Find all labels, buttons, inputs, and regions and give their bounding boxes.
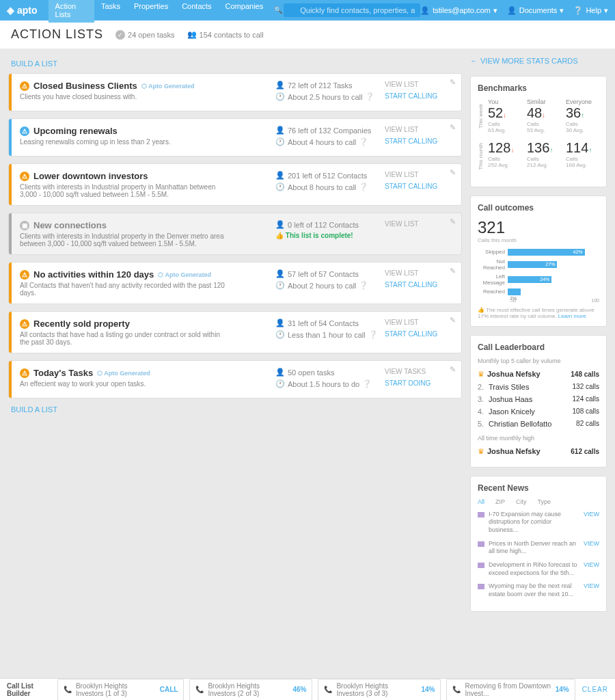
list-stats: 👤 50 open tasks 🕐 About 1.5 hours to do … bbox=[275, 368, 385, 391]
edit-icon[interactable]: ✎ bbox=[450, 78, 456, 87]
list-stats: 👤 76 left of 132 Companies 🕐 About 4 hou… bbox=[275, 126, 385, 149]
view-list-link[interactable]: VIEW LIST bbox=[385, 220, 453, 228]
news-view-link[interactable]: VIEW bbox=[584, 540, 599, 547]
news-tab-type[interactable]: Type bbox=[538, 498, 551, 505]
nav-contacts[interactable]: Contacts bbox=[175, 0, 218, 23]
bench-col-label: You bbox=[488, 98, 521, 105]
info-icon: ❔ bbox=[359, 281, 368, 290]
bench-value: 52↓ bbox=[488, 105, 521, 121]
apto-generated-tag: ⬡ Apto Generated bbox=[97, 370, 150, 377]
topbar: ◈ apto Action Lists Tasks Properties Con… bbox=[0, 0, 615, 21]
bench-sub: Calls bbox=[488, 156, 521, 162]
bench-avg: 168 Avg. bbox=[566, 162, 599, 168]
benchmark-col: 136↑ Calls 212 Avg. bbox=[527, 140, 560, 173]
news-tab-zip[interactable]: ZIP bbox=[495, 498, 505, 505]
list-card: ▣ New connections Clients with interests… bbox=[8, 213, 462, 255]
list-icon: ⚠ bbox=[20, 368, 29, 378]
start-calling-link[interactable]: START CALLING bbox=[385, 281, 453, 288]
start-calling-link[interactable]: START CALLING bbox=[385, 92, 453, 100]
edit-icon[interactable]: ✎ bbox=[450, 168, 456, 177]
alltime-label: All time monthly high bbox=[478, 435, 599, 442]
view-more-stats[interactable]: ← VIEW MORE STATS CARDS bbox=[470, 57, 607, 65]
bar-label: Not Reached bbox=[478, 258, 508, 271]
view-list-link[interactable]: VIEW TASKS bbox=[385, 368, 453, 375]
list-icon: ⚠ bbox=[20, 319, 29, 329]
view-list-link[interactable]: VIEW LIST bbox=[385, 319, 453, 326]
page-title: ACTION LISTS bbox=[11, 27, 103, 42]
view-list-link[interactable]: VIEW LIST bbox=[385, 81, 453, 88]
outcomes-panel: Call outcomes 321 Calls this month Skipp… bbox=[470, 196, 607, 327]
edit-icon[interactable]: ✎ bbox=[450, 365, 456, 374]
help-menu[interactable]: ❔ Help ▾ bbox=[573, 6, 608, 15]
list-stats: 👤 31 left of 54 Contacts 🕐 Less than 1 h… bbox=[275, 319, 385, 346]
list-stats: 👤 57 left of 57 Contacts 🕐 About 2 hours… bbox=[275, 269, 385, 297]
list-desc: Clients with interests in Industrial pro… bbox=[20, 232, 225, 247]
bench-value: 136↑ bbox=[527, 140, 560, 156]
bench-avg: 252 Avg. bbox=[488, 162, 521, 168]
news-tab-all[interactable]: All bbox=[478, 498, 484, 505]
edit-icon[interactable]: ✎ bbox=[450, 267, 456, 275]
user-icon: 👤 bbox=[275, 269, 285, 278]
bench-value: 114↑ bbox=[566, 140, 599, 156]
bar-fill: 24% bbox=[508, 276, 551, 283]
search-wrap bbox=[270, 3, 420, 17]
start-calling-link[interactable]: START CALLING bbox=[385, 330, 453, 338]
edit-icon[interactable]: ✎ bbox=[450, 316, 456, 325]
crown-icon: ♛ bbox=[478, 447, 484, 456]
leader-calls: 132 calls bbox=[573, 383, 599, 390]
info-icon: ❔ bbox=[359, 183, 368, 191]
rank: 3. bbox=[478, 395, 489, 403]
view-list-link[interactable]: VIEW LIST bbox=[385, 171, 453, 178]
user-menu[interactable]: 👤 tstiles@apto.com ▾ bbox=[420, 6, 497, 15]
news-view-link[interactable]: VIEW bbox=[584, 561, 599, 568]
news-text: I-70 Expansion may cause distruptions fo… bbox=[489, 511, 579, 535]
build-list-link-top[interactable]: BUILD A LIST bbox=[11, 59, 462, 68]
nav-tasks[interactable]: Tasks bbox=[94, 0, 127, 23]
start-calling-link[interactable]: START CALLING bbox=[385, 183, 453, 190]
clock-icon: 🕐 bbox=[275, 183, 285, 191]
month-label: This month bbox=[478, 140, 484, 173]
nav-properties[interactable]: Properties bbox=[127, 0, 175, 23]
list-card: ⚠ Lower downtown investors Clients with … bbox=[8, 163, 462, 206]
news-view-link[interactable]: VIEW bbox=[584, 511, 599, 517]
news-panel: Recent News All ZIP City Type I-70 Expan… bbox=[470, 476, 607, 612]
search-input[interactable] bbox=[284, 3, 420, 17]
leader-calls: 124 calls bbox=[573, 395, 599, 403]
view-list-link[interactable]: VIEW LIST bbox=[385, 269, 453, 277]
user-icon: 👤 bbox=[275, 319, 285, 327]
view-list-link[interactable]: VIEW LIST bbox=[385, 126, 453, 133]
benchmark-col: Everyone 36↑ Calls 30 Avg. bbox=[566, 98, 599, 133]
user-icon: 👤 bbox=[275, 368, 285, 377]
outcomes-title: Call outcomes bbox=[478, 203, 599, 213]
edit-icon[interactable]: ✎ bbox=[450, 123, 456, 132]
leader-name: Jason Knicely bbox=[489, 407, 573, 416]
build-list-link-bottom[interactable]: BUILD A LIST bbox=[11, 405, 462, 414]
leader-row: ♛ Joshua Nefsky 148 calls bbox=[478, 370, 599, 379]
news-view-link[interactable]: VIEW bbox=[584, 582, 599, 589]
bench-avg: 212 Avg. bbox=[527, 162, 560, 168]
list-stats: 👤 0 left of 112 Contacts 👍 This list is … bbox=[275, 220, 385, 247]
info-icon: ❔ bbox=[365, 92, 374, 101]
benchmark-col: 114↑ Calls 168 Avg. bbox=[566, 140, 599, 173]
nav-action-lists[interactable]: Action Lists bbox=[49, 0, 94, 23]
logo: ◈ apto bbox=[7, 5, 38, 16]
benchmarks-panel: Benchmarks This week You 52↓ Calls 63 Av… bbox=[470, 76, 607, 187]
trend-icon: ↓ bbox=[503, 111, 506, 119]
news-tab-city[interactable]: City bbox=[516, 498, 527, 505]
learn-more-link[interactable]: Learn more bbox=[558, 313, 586, 319]
open-tasks-count: ✓ 24 open tasks bbox=[115, 30, 175, 40]
nav-companies[interactable]: Companies bbox=[219, 0, 271, 23]
leaderboard-panel: Call Leaderboard Monthly top 5 caller by… bbox=[470, 335, 607, 468]
list-card: ⚠ Closed Business Clients ⬡ Apto Generat… bbox=[8, 73, 462, 111]
edit-icon[interactable]: ✎ bbox=[450, 217, 456, 226]
news-icon bbox=[478, 512, 484, 517]
list-desc: All contacts that have had a listing go … bbox=[20, 331, 225, 346]
documents-menu[interactable]: 👤 Documents ▾ bbox=[507, 6, 564, 15]
start-calling-link[interactable]: START DOING bbox=[385, 379, 453, 387]
start-calling-link[interactable]: START CALLING bbox=[385, 137, 453, 145]
clock-icon: 🕐 bbox=[275, 379, 285, 388]
info-icon: ❔ bbox=[362, 379, 372, 388]
user-icon: 👤 bbox=[275, 81, 285, 90]
list-icon: ⚠ bbox=[20, 81, 29, 91]
leader-row: 3. Joshua Haas 124 calls bbox=[478, 395, 599, 403]
